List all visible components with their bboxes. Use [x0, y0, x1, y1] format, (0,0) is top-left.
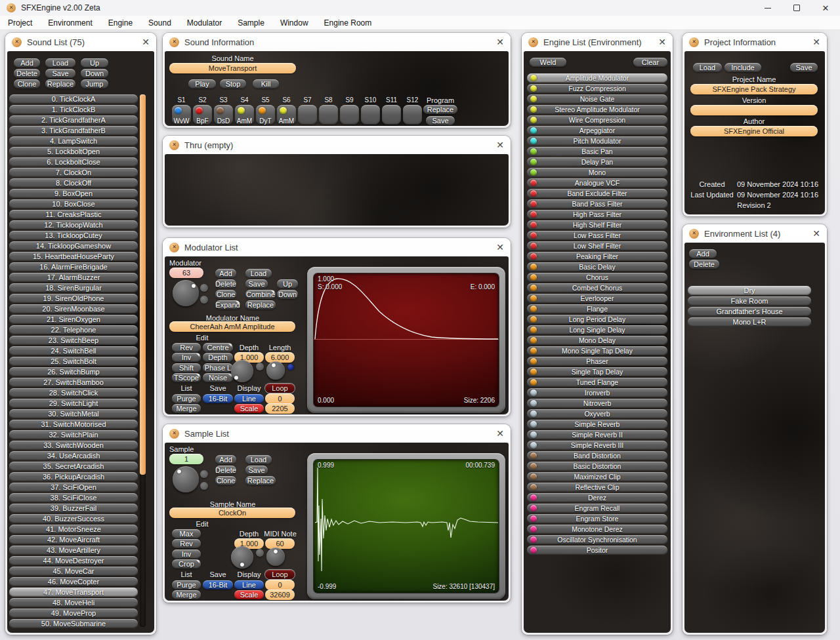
sample-save-button[interactable]: Save: [245, 466, 268, 475]
sound-list-item[interactable]: 11. CreaksPlastic: [9, 210, 138, 219]
project-name-field[interactable]: SFXEngine Pack Strategy: [690, 84, 818, 94]
menu-project[interactable]: Project: [0, 16, 40, 30]
environment-list-item[interactable]: Mono L+R: [688, 317, 811, 327]
engine-list-item[interactable]: Single Tap Delay: [527, 367, 667, 376]
sound-list-item[interactable]: 2. TickGrandfatherA: [9, 115, 138, 125]
engine-list-item[interactable]: Maximized Clip: [527, 472, 667, 481]
crop-button[interactable]: Crop: [172, 559, 201, 569]
menu-sample[interactable]: Sample: [230, 16, 272, 30]
sound-list-item[interactable]: 26. SwitchBump: [9, 367, 138, 376]
midi-note-knob[interactable]: [266, 548, 285, 566]
close-icon[interactable]: ✕: [496, 37, 504, 47]
close-icon[interactable]: ✕: [496, 243, 504, 252]
sound-list-item[interactable]: 38. SciFiClose: [9, 493, 138, 502]
sound-slot[interactable]: [361, 105, 380, 125]
modulator-save-button[interactable]: Save: [245, 279, 268, 289]
modulator-select-knob[interactable]: [173, 280, 199, 306]
sound-list-item[interactable]: 18. SirenBurgular: [9, 283, 138, 292]
modulator-add-button[interactable]: Add: [215, 269, 236, 278]
engine-list-item[interactable]: Stereo Amplitude Modulator: [527, 105, 667, 114]
sound-list-item[interactable]: 37. SciFiOpen: [9, 483, 138, 492]
sample-load-button[interactable]: Load: [245, 455, 272, 464]
sound-list-item[interactable]: 33. SwitchWooden: [9, 441, 138, 450]
engine-list-item[interactable]: Simple Reverb: [527, 420, 667, 429]
shift-button[interactable]: Shift: [172, 363, 201, 372]
sound-name-field[interactable]: MoveTransport: [169, 63, 296, 73]
engine-list-item[interactable]: Flange: [527, 304, 667, 313]
engine-list-item[interactable]: Combed Chorus: [527, 283, 667, 292]
engine-list-item[interactable]: Everlooper: [527, 294, 667, 303]
menu-engine[interactable]: Engine: [100, 16, 140, 30]
engine-list-item[interactable]: Engram Store: [527, 514, 667, 523]
engine-list-item[interactable]: Basic Delay: [527, 262, 667, 271]
modulator-load-button[interactable]: Load: [245, 269, 272, 278]
loop-start-field[interactable]: 0: [265, 393, 295, 404]
panel-project-information-titlebar[interactable]: ✕ Project Information ✕: [682, 33, 827, 51]
menu-modulator[interactable]: Modulator: [179, 16, 230, 30]
close-icon[interactable]: ✕: [496, 140, 504, 150]
close-icon[interactable]: ✕: [812, 229, 820, 238]
sound-list-item[interactable]: 23. SwitchBeep: [9, 336, 138, 345]
sound-list-item[interactable]: 39. BuzzerFail: [9, 504, 138, 513]
engine-list-item[interactable]: Long Single Delay: [527, 325, 667, 334]
close-icon[interactable]: ✕: [658, 37, 666, 47]
sound-list-item[interactable]: 36. PickupArcadish: [9, 472, 138, 481]
environment-list-item[interactable]: Fake Room: [688, 296, 811, 306]
engine-list-item[interactable]: Band Exclude Filter: [527, 189, 667, 198]
sound-list-item[interactable]: 9. BoxOpen: [9, 189, 138, 198]
loop-button[interactable]: Loop: [265, 570, 295, 579]
length-value-field[interactable]: 6.000: [265, 352, 295, 363]
engine-list-item[interactable]: Analogue VCF: [527, 178, 667, 188]
sample-delete-button[interactable]: Delete: [215, 466, 236, 475]
scale-button[interactable]: Scale: [234, 404, 264, 413]
panel-environment-list-titlebar[interactable]: ✕ Environment List (4) ✕: [682, 224, 827, 243]
sound-list-item[interactable]: 43. MoveArtillery: [9, 546, 138, 555]
sound-list-item[interactable]: 27. SwitchBamboo: [9, 378, 138, 387]
weld-button[interactable]: Weld: [530, 58, 566, 67]
max-button[interactable]: Max: [172, 529, 201, 538]
sample-clone-button[interactable]: Clone: [215, 476, 236, 485]
line-button[interactable]: Line: [234, 580, 264, 590]
close-icon[interactable]: ✕: [142, 37, 150, 47]
project-save-button[interactable]: Save: [790, 63, 818, 72]
modulator-down-button[interactable]: Down: [277, 290, 298, 299]
sound-slot[interactable]: [319, 105, 338, 125]
bit-depth-button[interactable]: 16-Bit: [203, 394, 233, 403]
panel-sound-list-titlebar[interactable]: ✕ Sound List (75) ✕: [5, 33, 156, 51]
engine-list-item[interactable]: Band Pass Filter: [527, 199, 667, 209]
kill-button[interactable]: Kill: [253, 79, 279, 89]
panel-sound-information-titlebar[interactable]: ✕ Sound Information ✕: [163, 33, 511, 51]
menu-window[interactable]: Window: [272, 16, 316, 30]
sound-list-item[interactable]: 35. SecretArcadish: [9, 462, 138, 471]
sound-list-item[interactable]: 4. LampSwitch: [9, 136, 138, 146]
sound-list-item[interactable]: 17. AlarmBuzzer: [9, 273, 138, 282]
sound-list-item[interactable]: 30. SwitchMetal: [9, 409, 138, 418]
sound-list-item[interactable]: 21. SirenOxygen: [9, 315, 138, 324]
scale-button[interactable]: Scale: [234, 590, 264, 599]
phase-l-button[interactable]: Phase L: [203, 363, 233, 372]
engine-list-item[interactable]: Basic Pan: [527, 147, 667, 156]
modulator-number-field[interactable]: 63: [169, 268, 203, 278]
depth-knob[interactable]: [231, 546, 253, 569]
sound-list-delete-button[interactable]: Delete: [14, 69, 40, 78]
engine-list-item[interactable]: Pitch Modulator: [527, 136, 667, 146]
sound-slot[interactable]: [298, 105, 317, 125]
inv-button[interactable]: Inv: [172, 550, 201, 559]
engine-list-item[interactable]: Chorus: [527, 273, 667, 282]
panel-modulator-list-titlebar[interactable]: ✕ Modulator List ✕: [163, 238, 511, 256]
engine-list-item[interactable]: Mono: [527, 168, 667, 177]
sample-name-field[interactable]: ClockOn: [169, 508, 295, 518]
rev-button[interactable]: Rev: [172, 343, 201, 352]
engine-list-item[interactable]: Low Pass Filter: [527, 231, 667, 240]
sound-list-save-button[interactable]: Save: [45, 69, 75, 78]
engine-list-item[interactable]: Low Shelf Filter: [527, 241, 667, 250]
sound-list-item[interactable]: 25. SwitchBolt: [9, 357, 138, 366]
sound-list-scrollbar[interactable]: [140, 94, 146, 627]
environment-list-item[interactable]: Grandfather's House: [688, 307, 811, 316]
restore-button[interactable]: [782, 0, 811, 16]
engine-list-item[interactable]: Simple Reverb III: [527, 441, 667, 450]
engine-list-item[interactable]: Phaser: [527, 357, 667, 366]
sound-list-item[interactable]: 20. SirenMoonbase: [9, 304, 138, 313]
sound-slot[interactable]: AmM: [235, 105, 254, 125]
modulator-clone-button[interactable]: Clone: [215, 290, 236, 299]
